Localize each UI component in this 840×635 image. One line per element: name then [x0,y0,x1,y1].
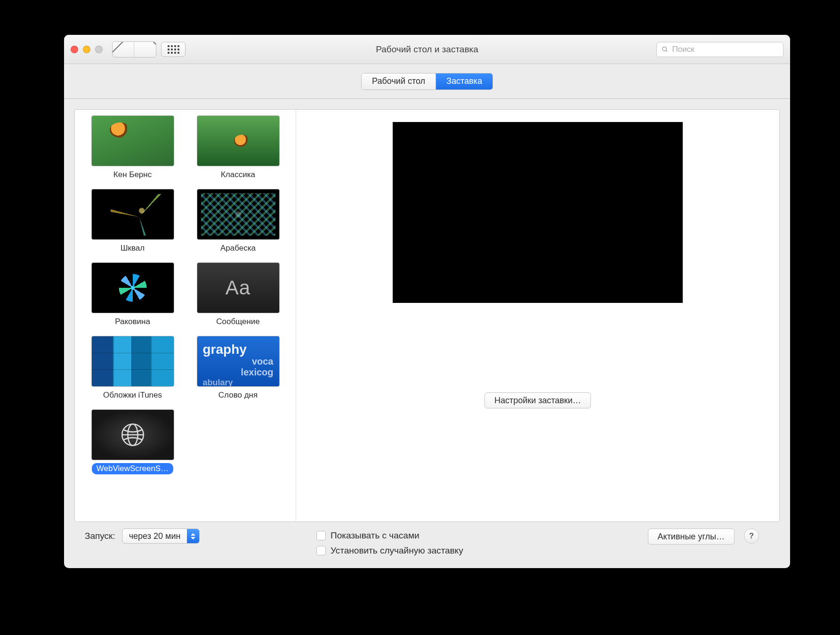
preview-pane: Настройки заставки… [296,110,779,521]
search-field[interactable] [656,42,783,57]
thumbnail-label: Классика [216,169,260,180]
screensaver-options-button[interactable]: Настройки заставки… [485,392,591,408]
checkbox-label: Показывать с часами [331,530,420,541]
thumbnail [91,336,174,387]
thumbnail [91,409,174,460]
stepper-arrows-icon [187,529,199,543]
tab-desktop[interactable]: Рабочий стол [362,73,436,90]
tabs-row: Рабочий стол Заставка [64,64,790,99]
thumbnail [91,115,174,166]
thumbnail-label: Слово дня [214,390,262,401]
show-all-button[interactable] [161,42,186,57]
show-with-clock-checkbox[interactable]: Показывать с часами [316,530,638,541]
window-controls [71,46,103,53]
start-after-value: через 20 мин [122,529,187,543]
start-label: Запуск: [85,531,115,541]
thumbnail-label: Кен Бернс [109,169,156,180]
forward-button[interactable] [134,42,156,57]
panels: Кен Бернс Классика Шквал Арабеск [74,109,780,522]
svg-point-0 [662,47,666,50]
hot-corners-button[interactable]: Активные углы… [648,529,735,545]
search-icon [662,46,669,53]
thumbnail-label: WebViewScreenS… [92,463,173,474]
screensaver-classic[interactable]: Классика [189,115,288,180]
screensaver-ken-burns[interactable]: Кен Бернс [83,115,182,180]
thumbnail-label: Обложки iTunes [98,390,167,401]
grid-icon [168,45,179,54]
screensaver-itunes-artwork[interactable]: Обложки iTunes [83,336,182,401]
thumbnail: graphy voca lexicog abulary [197,336,280,387]
titlebar: Рабочий стол и заставка [64,35,790,64]
checkbox-label: Установить случайную заставку [331,545,463,556]
screensaver-flurry[interactable]: Шквал [83,189,182,254]
start-after-popup[interactable]: через 20 мин [122,529,200,544]
thumbnail-label: Раковина [110,316,155,327]
thumbnail: Aa [197,262,280,313]
checkbox-input[interactable] [316,546,326,555]
screensaver-shell[interactable]: Раковина [83,262,182,327]
random-screensaver-checkbox[interactable]: Установить случайную заставку [316,545,638,556]
zoom-icon[interactable] [95,46,103,53]
thumbnail [91,262,174,313]
thumbnail-label: Шквал [116,243,149,254]
close-icon[interactable] [71,46,78,53]
search-input[interactable] [672,45,778,54]
screensaver-preview [393,122,683,303]
nav-back-forward [112,41,156,57]
thumbnail [197,189,280,240]
screensaver-word-of-day[interactable]: graphy voca lexicog abulary Слово дня [189,336,288,401]
help-button[interactable]: ? [744,529,759,544]
thumbnail [197,115,280,166]
globe-icon [120,422,146,448]
screensaver-arabesque[interactable]: Арабеска [189,189,288,254]
svg-line-1 [666,50,667,51]
thumbnail [91,189,174,240]
checkbox-input[interactable] [316,531,326,540]
screensaver-webview[interactable]: WebViewScreenS… [83,409,182,474]
minimize-icon[interactable] [83,46,90,53]
thumbnail-label: Арабеска [216,243,260,254]
tab-segment: Рабочий стол Заставка [361,73,493,90]
footer: Запуск: через 20 мин Показывать с часами… [74,522,780,568]
tab-screensaver[interactable]: Заставка [436,73,493,90]
screensaver-list[interactable]: Кен Бернс Классика Шквал Арабеск [75,110,296,521]
system-prefs-window: Рабочий стол и заставка Рабочий стол Зас… [64,35,790,568]
body: Кен Бернс Классика Шквал Арабеск [64,99,790,568]
thumbnail-label: Сообщение [211,316,265,327]
screensaver-message[interactable]: Aa Сообщение [189,262,288,327]
message-glyph: Aa [226,277,250,299]
